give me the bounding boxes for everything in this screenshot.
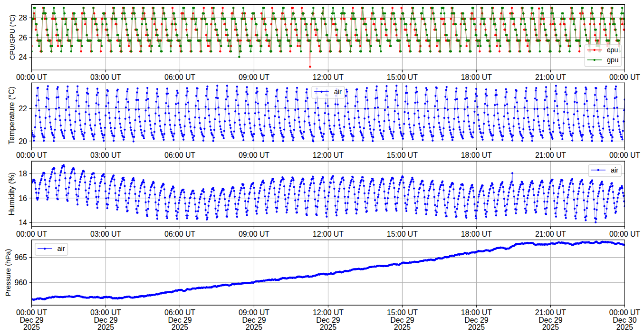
svg-text:2025: 2025 bbox=[616, 323, 633, 331]
svg-text:Pressure (hPa): Pressure (hPa) bbox=[4, 249, 12, 296]
svg-text:12:00 UT: 12:00 UT bbox=[313, 230, 344, 238]
svg-text:air: air bbox=[611, 166, 618, 174]
svg-text:18:00 UT: 18:00 UT bbox=[461, 73, 492, 81]
svg-text:2025: 2025 bbox=[468, 323, 485, 331]
svg-text:15:00 UT: 15:00 UT bbox=[387, 151, 418, 159]
svg-text:21:00 UT: 21:00 UT bbox=[535, 73, 566, 81]
svg-text:21:00 UT: 21:00 UT bbox=[535, 230, 566, 238]
svg-text:00:00 UT: 00:00 UT bbox=[16, 151, 47, 159]
svg-text:03:00 UT: 03:00 UT bbox=[90, 151, 121, 159]
svg-text:00:00 UT: 00:00 UT bbox=[609, 230, 640, 238]
svg-text:03:00 UT: 03:00 UT bbox=[90, 230, 121, 238]
svg-text:CPU/GPU (°C): CPU/GPU (°C) bbox=[9, 15, 16, 60]
svg-text:06:00 UT: 06:00 UT bbox=[164, 73, 195, 81]
svg-text:gpu: gpu bbox=[607, 56, 618, 64]
svg-text:18:00 UT: 18:00 UT bbox=[461, 151, 492, 159]
svg-text:12:00 UT: 12:00 UT bbox=[313, 151, 344, 159]
svg-text:00:00 UT: 00:00 UT bbox=[609, 73, 640, 81]
svg-text:965: 965 bbox=[14, 253, 27, 261]
svg-text:00:00 UT: 00:00 UT bbox=[16, 230, 47, 238]
svg-text:28: 28 bbox=[19, 14, 27, 22]
svg-text:2025: 2025 bbox=[23, 323, 40, 331]
svg-text:2025: 2025 bbox=[246, 323, 262, 331]
svg-text:06:00 UT: 06:00 UT bbox=[164, 230, 195, 238]
svg-text:Temperature (°C): Temperature (°C) bbox=[8, 86, 16, 144]
svg-text:2025: 2025 bbox=[97, 323, 114, 331]
svg-text:12:00 UT: 12:00 UT bbox=[313, 73, 344, 81]
svg-text:2025: 2025 bbox=[172, 323, 188, 331]
svg-text:03:00 UT: 03:00 UT bbox=[90, 73, 121, 81]
svg-text:2025: 2025 bbox=[394, 323, 411, 331]
svg-text:Humidity (%): Humidity (%) bbox=[8, 173, 16, 216]
svg-text:air: air bbox=[57, 245, 65, 252]
svg-text:22: 22 bbox=[19, 105, 27, 113]
svg-text:18:00 UT: 18:00 UT bbox=[461, 230, 492, 238]
svg-text:2025: 2025 bbox=[320, 323, 336, 331]
svg-text:26: 26 bbox=[19, 34, 27, 42]
svg-text:cpu: cpu bbox=[607, 46, 618, 54]
svg-text:air: air bbox=[334, 88, 342, 96]
svg-text:21:00 UT: 21:00 UT bbox=[535, 151, 566, 159]
svg-text:09:00 UT: 09:00 UT bbox=[239, 73, 269, 81]
svg-text:18: 18 bbox=[19, 170, 27, 178]
svg-text:09:00 UT: 09:00 UT bbox=[239, 151, 269, 159]
svg-text:15:00 UT: 15:00 UT bbox=[387, 73, 418, 81]
svg-text:15:00 UT: 15:00 UT bbox=[387, 230, 418, 238]
svg-text:2025: 2025 bbox=[542, 323, 559, 331]
svg-text:09:00 UT: 09:00 UT bbox=[239, 230, 269, 238]
svg-text:20: 20 bbox=[19, 137, 27, 145]
svg-text:24: 24 bbox=[19, 53, 27, 61]
svg-text:00:00 UT: 00:00 UT bbox=[16, 73, 47, 81]
svg-text:960: 960 bbox=[14, 278, 27, 287]
svg-text:00:00 UT: 00:00 UT bbox=[609, 151, 640, 159]
svg-text:14: 14 bbox=[19, 219, 27, 227]
svg-text:16: 16 bbox=[19, 194, 27, 202]
svg-text:06:00 UT: 06:00 UT bbox=[164, 151, 195, 159]
